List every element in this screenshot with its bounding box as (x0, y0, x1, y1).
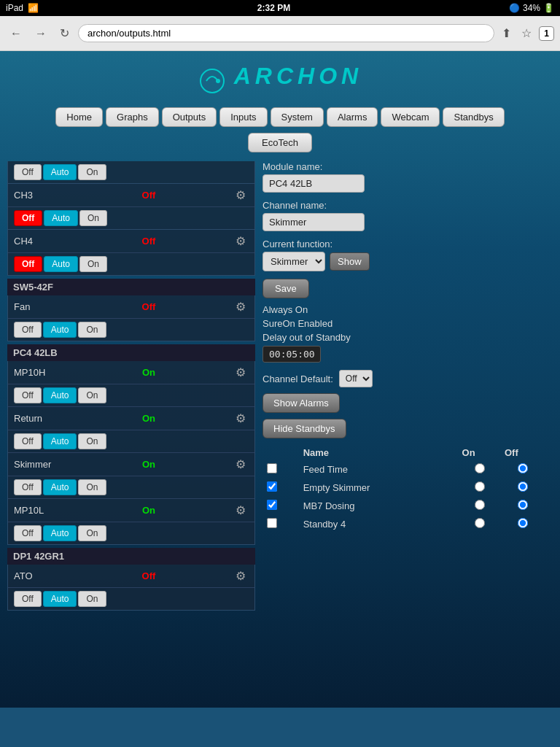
reload-button[interactable]: ↻ (55, 23, 74, 43)
browser-chrome: ← → ↻ ⬆ ☆ 1 (0, 16, 560, 51)
delay-time-input[interactable] (262, 346, 321, 363)
standby-radio-off-standby4[interactable] (518, 518, 528, 528)
btn-on-ato[interactable]: On (78, 591, 106, 607)
ch4-gear-icon[interactable]: ⚙ (233, 233, 249, 249)
tab-home[interactable]: Home (55, 107, 103, 127)
btn-auto-ato[interactable]: Auto (43, 591, 77, 607)
tab-standbys[interactable]: Standbys (443, 107, 504, 127)
btn-auto-ch3[interactable]: Auto (44, 210, 78, 226)
standby-check-feed-time[interactable] (267, 463, 277, 473)
standby-radio-on-feed-time[interactable] (475, 463, 485, 473)
battery-label: 34% (523, 3, 540, 13)
btn-on-ch4[interactable]: On (79, 256, 107, 272)
status-left: iPad 📶 (6, 3, 39, 13)
standby-radio-off-mb7-dosing[interactable] (518, 500, 528, 510)
save-button[interactable]: Save (262, 279, 309, 298)
channel-default-row: Channel Default: Off (262, 370, 545, 387)
btn-auto-fan[interactable]: Auto (43, 322, 77, 338)
forward-button[interactable]: → (31, 24, 51, 43)
standby-check-empty-skimmer[interactable] (267, 481, 277, 492)
btn-on-top[interactable]: On (78, 164, 106, 180)
btn-on-fan[interactable]: On (78, 322, 106, 338)
channel-default-label: Channel Default: (262, 374, 333, 384)
standby-radio-on-standby4[interactable] (475, 518, 485, 528)
channel-name-group: Channel name: (262, 200, 545, 231)
standby-check-standby4[interactable] (267, 518, 277, 528)
tab-alarms[interactable]: Alarms (327, 107, 378, 127)
return-gear-icon[interactable]: ⚙ (233, 410, 249, 427)
tab-count[interactable]: 1 (539, 26, 554, 41)
bookmark-button[interactable]: ☆ (518, 23, 534, 43)
tab-system[interactable]: System (271, 107, 324, 127)
address-bar[interactable] (78, 24, 494, 42)
wifi-icon: 📶 (28, 3, 39, 13)
tab-outputs[interactable]: Outputs (162, 107, 217, 127)
skimmer-label: Skimmer (14, 459, 65, 470)
ecotech-button[interactable]: EcoTech (248, 133, 312, 152)
standby-radio-off-empty-skimmer[interactable] (518, 481, 528, 492)
btn-auto-top[interactable]: Auto (43, 164, 77, 180)
channel-row-ch4-toggle: Off Auto On (8, 253, 254, 275)
channel-name-input[interactable] (262, 213, 365, 231)
btn-off-mp10l[interactable]: Off (14, 525, 42, 541)
return-label: Return (14, 413, 65, 424)
btn-off-ato[interactable]: Off (14, 591, 42, 607)
mp10h-gear-icon[interactable]: ⚙ (233, 364, 249, 381)
standby-radio-on-mb7-dosing[interactable] (475, 500, 485, 510)
fan-gear-icon[interactable]: ⚙ (233, 298, 249, 315)
btn-auto-mp10h[interactable]: Auto (43, 387, 77, 403)
btn-auto-return[interactable]: Auto (43, 433, 77, 449)
standby-radio-off-feed-time[interactable] (518, 463, 528, 473)
standby-radio-on-empty-skimmer[interactable] (475, 481, 485, 492)
btn-off-ch3[interactable]: Off (14, 210, 42, 226)
btn-on-ch3[interactable]: On (79, 210, 107, 226)
module-name-input[interactable] (262, 174, 365, 193)
show-alarms-button[interactable]: Show Alarms (262, 393, 340, 413)
logo-text: ARCHON (234, 63, 362, 89)
col-header-name (264, 446, 299, 460)
btn-off-return[interactable]: Off (14, 433, 42, 449)
standby-row-feed-time: Feed Time (264, 461, 544, 478)
channel-row-fan: Fan Off ⚙ (8, 295, 254, 319)
btn-off-ch4[interactable]: Off (14, 256, 42, 272)
btn-on-skimmer[interactable]: On (78, 479, 106, 495)
mp10l-gear-icon[interactable]: ⚙ (233, 502, 249, 519)
mp10l-status: On (142, 505, 155, 516)
skimmer-gear-icon[interactable]: ⚙ (233, 456, 249, 473)
return-status: On (142, 413, 155, 424)
channel-group-top: Off Auto On (7, 161, 255, 184)
btn-off-top[interactable]: Off (14, 164, 42, 180)
function-select[interactable]: Skimmer (262, 252, 325, 271)
ato-gear-icon[interactable]: ⚙ (233, 568, 249, 584)
hide-standbys-button[interactable]: Hide Standbys (262, 419, 346, 438)
svg-point-0 (201, 69, 224, 93)
btn-on-mp10h[interactable]: On (78, 387, 106, 403)
ch3-gear-icon[interactable]: ⚙ (233, 187, 249, 204)
btn-auto-skimmer[interactable]: Auto (43, 479, 77, 495)
btn-off-skimmer[interactable]: Off (14, 479, 42, 495)
btn-auto-mp10l[interactable]: Auto (43, 525, 77, 541)
tab-webcam[interactable]: Webcam (381, 107, 440, 127)
ch3-status: Off (142, 190, 156, 201)
channel-row-return-toggle: Off Auto On (8, 430, 254, 453)
ch4-label: CH4 (14, 236, 65, 247)
btn-off-fan[interactable]: Off (14, 322, 42, 338)
btn-on-return[interactable]: On (78, 433, 106, 449)
current-function-label: Current function: (262, 239, 545, 249)
tab-graphs[interactable]: Graphs (106, 107, 159, 127)
channel-default-select[interactable]: Off (339, 370, 373, 387)
tab-inputs[interactable]: Inputs (219, 107, 267, 127)
standby-check-mb7-dosing[interactable] (267, 500, 277, 510)
standby-row-mb7-dosing: MB7 Dosing (264, 498, 544, 514)
back-button[interactable]: ← (6, 24, 26, 43)
share-button[interactable]: ⬆ (499, 23, 514, 43)
channel-row-skimmer-toggle: Off Auto On (8, 476, 254, 499)
col-header-off: Off (502, 446, 544, 460)
show-button[interactable]: Show (330, 252, 370, 271)
btn-on-mp10l[interactable]: On (78, 525, 106, 541)
btn-off-mp10h[interactable]: Off (14, 387, 42, 403)
btn-group-mp10l: Off Auto On (14, 525, 106, 541)
channel-row-skimmer: Skimmer On ⚙ (8, 453, 254, 476)
btn-auto-ch4[interactable]: Auto (44, 256, 78, 272)
channel-group-sw5: Fan Off ⚙ Off Auto On (7, 295, 255, 341)
